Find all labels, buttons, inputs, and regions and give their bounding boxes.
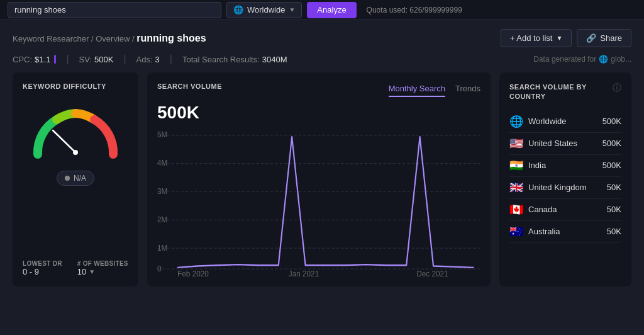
websites-label: # OF WEBSITES	[77, 260, 128, 267]
country-name: United States	[528, 139, 577, 148]
stats-bar: CPC: $1.1 | SV: 500K | Ads: 3 | Total Se…	[0, 54, 644, 72]
info-icon[interactable]: ⓘ	[613, 82, 621, 94]
top-bar: 🌐 Worldwide ▼ Analyze Quota used: 626/99…	[0, 0, 644, 20]
country-name: United Kingdom	[528, 183, 587, 192]
country-row: 🇮🇳 India 500K	[509, 155, 621, 177]
search-volume-chart: 5M 4M 3M 2M 1M 0 Feb 2020 Jan 2021 Dec 2…	[157, 128, 480, 276]
websites-value: 10 ▼	[77, 267, 128, 276]
data-generated: Data generated for 🌐 glob...	[533, 55, 631, 64]
country-flag: 🌐	[509, 115, 523, 128]
country-value: 50K	[607, 227, 621, 236]
country-left: 🇺🇸 United States	[509, 137, 577, 150]
country-card-title: SEARCH VOLUME BY COUNTRY	[509, 82, 613, 102]
breadcrumb-part2: Overview	[96, 34, 130, 43]
sv-label: SV:	[79, 55, 92, 64]
stat-divider2: |	[123, 54, 126, 65]
sv-header: SEARCH VOLUME Monthly Search Trends	[157, 82, 480, 98]
header-actions: + Add to list ▼ 🔗 Share	[501, 29, 631, 47]
total-value: 3040M	[262, 55, 287, 64]
country-name: Australia	[528, 227, 560, 236]
country-name: Canada	[528, 205, 557, 214]
country-row: 🌐 Worldwide 500K	[509, 111, 621, 133]
breadcrumb-keyword: running shoes	[136, 33, 206, 43]
analyze-button[interactable]: Analyze	[307, 2, 356, 18]
search-volume-by-country-card: SEARCH VOLUME BY COUNTRY ⓘ 🌐 Worldwide 5…	[499, 72, 631, 287]
cpc-bar-indicator	[54, 55, 56, 64]
search-volume-card: SEARCH VOLUME Monthly Search Trends 500K…	[147, 72, 491, 287]
lowest-dr-stat: LOWEST DR 0 - 9	[23, 260, 62, 276]
share-icon: 🔗	[586, 33, 596, 43]
main-content: KEYWORD DIFFICULTY N/A LO	[0, 72, 644, 287]
sv-current-value: 500K	[157, 103, 480, 123]
breadcrumb-part1: Keyword Researcher	[13, 34, 89, 43]
svg-line-0	[53, 130, 75, 152]
kd-title: KEYWORD DIFFICULTY	[23, 82, 106, 90]
location-label: Worldwide	[247, 5, 285, 14]
sv-value: 500K	[94, 55, 113, 64]
ads-stat: Ads: 3	[136, 55, 160, 64]
country-header: SEARCH VOLUME BY COUNTRY ⓘ	[509, 82, 621, 102]
stat-divider3: |	[170, 54, 172, 65]
add-to-list-button[interactable]: + Add to list ▼	[501, 29, 572, 47]
country-left: 🌐 Worldwide	[509, 115, 566, 128]
tab-trends[interactable]: Trends	[455, 84, 480, 97]
tab-monthly-search[interactable]: Monthly Search	[389, 84, 445, 97]
country-value: 500K	[602, 139, 621, 148]
keyword-difficulty-card: KEYWORD DIFFICULTY N/A LO	[13, 72, 138, 287]
country-left: 🇨🇦 Canada	[509, 203, 557, 217]
gauge-container	[25, 98, 126, 161]
svg-text:0: 0	[157, 264, 162, 273]
lowest-dr-label: LOWEST DR	[23, 260, 62, 267]
country-row: 🇦🇺 Australia 50K	[509, 221, 621, 243]
total-stat: Total Search Results: 3040M	[182, 55, 287, 64]
kd-bottom-stats: LOWEST DR 0 - 9 # OF WEBSITES 10 ▼	[23, 253, 128, 276]
gauge-svg	[25, 98, 126, 161]
svg-text:1M: 1M	[157, 243, 167, 253]
country-value: 50K	[607, 183, 621, 192]
cpc-value: $1.1	[35, 55, 50, 64]
country-value: 500K	[602, 116, 621, 126]
chevron-down-icon: ▼	[556, 35, 562, 42]
svg-text:4M: 4M	[157, 159, 167, 168]
country-flag: 🇨🇦	[509, 203, 523, 217]
cpc-stat: CPC: $1.1	[13, 55, 56, 64]
globe-icon-small: 🌐	[599, 55, 608, 64]
svg-text:3M: 3M	[157, 187, 167, 196]
stat-divider1: |	[66, 54, 69, 65]
sv-card-title: SEARCH VOLUME	[157, 82, 222, 90]
country-value: 50K	[607, 205, 621, 214]
country-name: India	[528, 161, 546, 170]
search-input[interactable]	[8, 2, 221, 18]
na-label: N/A	[74, 174, 86, 183]
share-label: Share	[600, 33, 622, 43]
sv-stat: SV: 500K	[79, 55, 114, 64]
lowest-dr-value: 0 - 9	[23, 267, 62, 276]
svg-text:Jan 2021: Jan 2021	[289, 269, 319, 276]
country-flag: 🇬🇧	[509, 181, 523, 195]
svg-text:2M: 2M	[157, 215, 167, 224]
country-row: 🇨🇦 Canada 50K	[509, 199, 621, 221]
country-left: 🇮🇳 India	[509, 159, 546, 173]
websites-dropdown-icon: ▼	[89, 268, 95, 275]
country-flag: 🇦🇺	[509, 225, 523, 239]
cpc-label: CPC:	[13, 55, 32, 64]
total-label: Total Search Results:	[182, 55, 260, 64]
country-left: 🇦🇺 Australia	[509, 225, 560, 239]
svg-text:5M: 5M	[157, 130, 167, 140]
data-generated-text: Data generated for	[533, 55, 596, 64]
svg-point-1	[73, 150, 78, 155]
location-selector[interactable]: 🌐 Worldwide ▼	[226, 2, 302, 18]
na-dot	[65, 176, 70, 181]
country-row: 🇬🇧 United Kingdom 50K	[509, 177, 621, 199]
svg-text:Dec 2021: Dec 2021	[416, 269, 448, 276]
globe-icon: 🌐	[233, 5, 243, 14]
country-row: 🇺🇸 United States 500K	[509, 133, 621, 155]
svg-text:Feb 2020: Feb 2020	[177, 269, 209, 276]
country-left: 🇬🇧 United Kingdom	[509, 181, 587, 195]
share-button[interactable]: 🔗 Share	[577, 29, 631, 47]
quota-text: Quota used: 626/999999999	[367, 6, 462, 14]
country-value: 500K	[602, 161, 621, 170]
data-generated-suffix: glob...	[611, 55, 631, 64]
country-flag: 🇮🇳	[509, 159, 523, 173]
country-name: Worldwide	[528, 116, 566, 126]
